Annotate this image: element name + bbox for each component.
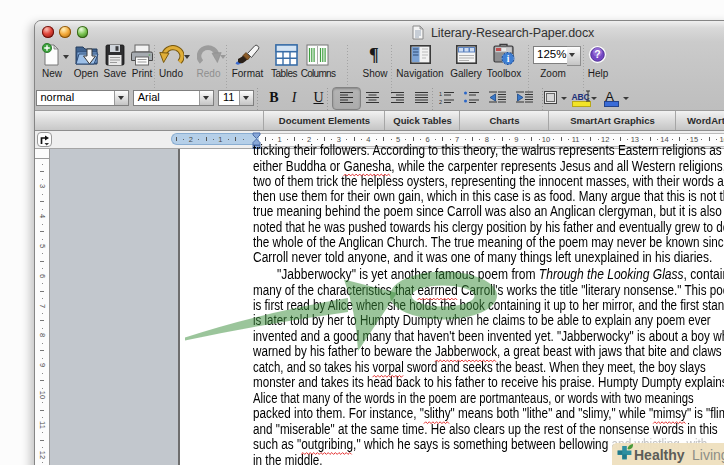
svg-text:1: 1	[439, 91, 442, 97]
svg-text:?: ?	[594, 48, 600, 60]
svg-text:2: 2	[439, 99, 442, 105]
svg-text:i: i	[507, 54, 510, 64]
svg-text:Living: Living	[692, 447, 724, 463]
svg-text:Healthy: Healthy	[634, 447, 685, 463]
